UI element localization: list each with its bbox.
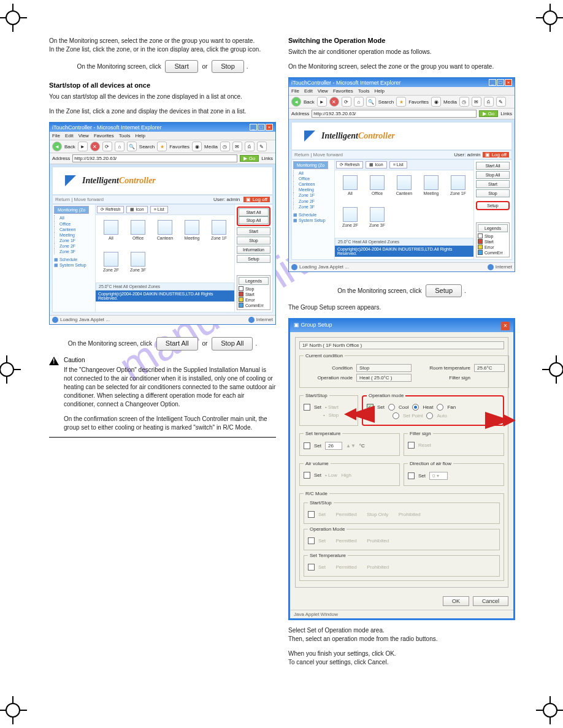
home-icon[interactable]: ⌂: [115, 142, 124, 151]
step-2: On the Monitoring screen, click: [77, 63, 161, 70]
java-applet-label: Java Applet Window: [290, 610, 513, 618]
tool-bar[interactable]: ◄Back ► ✕ ⟳ ⌂ 🔍Search ★Favorites ◉Media …: [50, 140, 275, 153]
right-step-3a: Select Set of Operation mode area.: [288, 627, 385, 634]
heat-radio[interactable]: [412, 404, 419, 411]
stop-side-button[interactable]: Stop: [237, 237, 270, 245]
legends-button[interactable]: Legends: [239, 277, 269, 285]
history-icon[interactable]: ◷: [220, 142, 230, 151]
refresh-icon[interactable]: ⟳: [102, 142, 112, 151]
stop-side-button-2[interactable]: Stop: [476, 189, 510, 197]
group-name: 1F North ( 1F North Office ): [299, 341, 504, 349]
switch-op-heading: Switching the Operation Mode: [288, 37, 515, 44]
list-tab-2[interactable]: ≡ List: [389, 161, 407, 169]
right-step-3b: Then, select an operation mode from the …: [288, 635, 437, 642]
start-all-inline-button[interactable]: Start All: [156, 337, 198, 350]
search-icon[interactable]: 🔍: [127, 142, 137, 151]
brand-strip: IntelligentController: [52, 167, 273, 195]
tab-return: Return: [55, 197, 70, 202]
fan-radio[interactable]: [437, 404, 443, 411]
group-setup-dialog: ▣ Group Setup × 1F North ( 1F North Offi…: [288, 318, 515, 620]
refresh-tab-2[interactable]: ⟳ Refresh: [336, 161, 363, 169]
cancel-button[interactable]: Cancel: [473, 596, 508, 606]
setup-side-button[interactable]: Setup: [237, 255, 270, 263]
media-icon[interactable]: ◉: [192, 142, 202, 151]
print-icon[interactable]: ⎙: [245, 142, 255, 151]
settemp-set-checkbox[interactable]: [304, 442, 310, 449]
arrow-left-icon: [344, 406, 375, 423]
right-step-4b: To cancel your settings, click Cancel.: [288, 659, 388, 665]
address-label: Address: [52, 156, 70, 161]
start-side-button[interactable]: Start: [237, 227, 270, 235]
links-label[interactable]: Links: [261, 156, 273, 161]
mail-icon[interactable]: ✉: [232, 142, 242, 151]
startstop-step-b: On the Monitoring screen, click: [68, 340, 152, 347]
airdir-set-checkbox[interactable]: [408, 472, 415, 479]
arrow-right-icon: [485, 412, 516, 429]
menu-bar-2[interactable]: FileEditViewFavoritesToolsHelp: [289, 87, 515, 96]
back-icon[interactable]: ◄: [52, 142, 62, 151]
setup-side-button-2[interactable]: Setup: [476, 201, 510, 210]
startstop-all-heading: Start/stop of all devices at once: [49, 82, 276, 89]
startstop-set-checkbox[interactable]: [304, 404, 310, 411]
browser-window-2: iTouchController - Microsoft Internet Ex…: [288, 77, 515, 272]
icon-grid[interactable]: All Office Canteen Meeting Zone 1F Zone …: [96, 215, 234, 282]
window-controls[interactable]: _□×: [249, 124, 273, 131]
start-button[interactable]: Start: [165, 60, 197, 73]
or-text: or: [202, 63, 207, 70]
browser-window-1: iTouchController - Microsoft Internet Ex…: [49, 122, 276, 325]
caution-sub: On the confirmation screen of the Intell…: [64, 415, 276, 432]
start-all-button-2[interactable]: Start All: [476, 162, 510, 170]
caution-text: If the "Changeover Option" described in …: [64, 366, 276, 409]
logoff-button[interactable]: ▣ Log off: [243, 197, 270, 202]
icon-tab-2[interactable]: ▦ Icon: [366, 161, 386, 169]
stop-all-button-2[interactable]: Stop All: [476, 171, 510, 179]
roomtemp-value: 25.6°C: [474, 364, 505, 372]
go-button[interactable]: ▶ Go: [240, 155, 259, 162]
zone-status: 25.0°C Heat All Operated Zones: [96, 282, 234, 290]
start-all-button[interactable]: Start All: [239, 208, 269, 216]
dialog-close-icon[interactable]: ×: [501, 322, 510, 330]
right-step-2b: The Group Setup screen appears.: [288, 303, 515, 312]
setup-inline-button[interactable]: Setup: [426, 284, 462, 297]
stop-all-button[interactable]: Stop All: [239, 216, 269, 224]
stop-all-inline-button[interactable]: Stop All: [212, 337, 253, 350]
step-1b: In the Zone list, click the zone, or in …: [49, 46, 261, 53]
caution-icon: [49, 357, 59, 365]
start-side-button-2[interactable]: Start: [476, 180, 510, 188]
logoff-button-2[interactable]: ▣ Log off: [483, 152, 509, 157]
svg-marker-0: [344, 406, 375, 423]
airvol-set-checkbox[interactable]: [304, 472, 310, 479]
zone-tree[interactable]: Monitoring (Zo All Office Canteen Meetin…: [53, 205, 96, 312]
temp-input[interactable]: 26: [325, 442, 342, 450]
brand-triangle-icon: [65, 175, 76, 186]
fwd-icon[interactable]: ►: [78, 142, 88, 151]
edit-icon[interactable]: ✎: [257, 142, 267, 151]
stop-icon[interactable]: ✕: [90, 142, 100, 151]
condition-value: Stop: [356, 364, 412, 372]
startstop-step-a: In the Zone list, click a zone and displ…: [49, 107, 276, 116]
information-button[interactable]: Information: [237, 246, 270, 254]
step-1a: On the Monitoring screen, select the zon…: [49, 37, 255, 44]
go-button-2[interactable]: ▶ Go: [479, 110, 498, 117]
airdir-select[interactable]: 0 ▾: [429, 472, 448, 480]
opmode-value: Heat ( 25.0°C ): [356, 374, 412, 382]
address-input[interactable]: http://192.35.20.63/: [72, 154, 237, 162]
menu-bar[interactable]: FileEditViewFavoritesToolsHelp: [50, 132, 275, 140]
stop-button[interactable]: Stop: [212, 60, 244, 73]
tab-move: Move forward: [74, 197, 104, 202]
svg-marker-1: [485, 412, 516, 429]
ok-button[interactable]: OK: [443, 596, 469, 606]
window-controls-2[interactable]: _□×: [488, 79, 512, 86]
tool-bar-2[interactable]: ◄Back ►✕⟳⌂ 🔍Search ★Favorites ◉Media ◷✉⎙…: [289, 96, 515, 108]
favorites-icon[interactable]: ★: [157, 142, 167, 151]
switch-op-desc: Switch the air conditioner operation mod…: [288, 48, 515, 56]
list-tab[interactable]: ≡ List: [150, 206, 168, 213]
dialog-title: Group Setup: [301, 322, 332, 328]
address-input-2[interactable]: http://192.35.20.63/: [312, 110, 477, 118]
cool-radio[interactable]: [388, 404, 395, 411]
refresh-tab[interactable]: ⟳ Refresh: [97, 206, 124, 213]
startstop-all-desc: You can start/stop all the devices in th…: [49, 93, 276, 101]
window-title: iTouchController - Microsoft Internet Ex…: [52, 124, 162, 131]
zone-tree-2[interactable]: Monitoring (Zo All Office Canteen Meetin…: [292, 160, 335, 259]
icon-tab[interactable]: ▦ Icon: [126, 206, 147, 213]
